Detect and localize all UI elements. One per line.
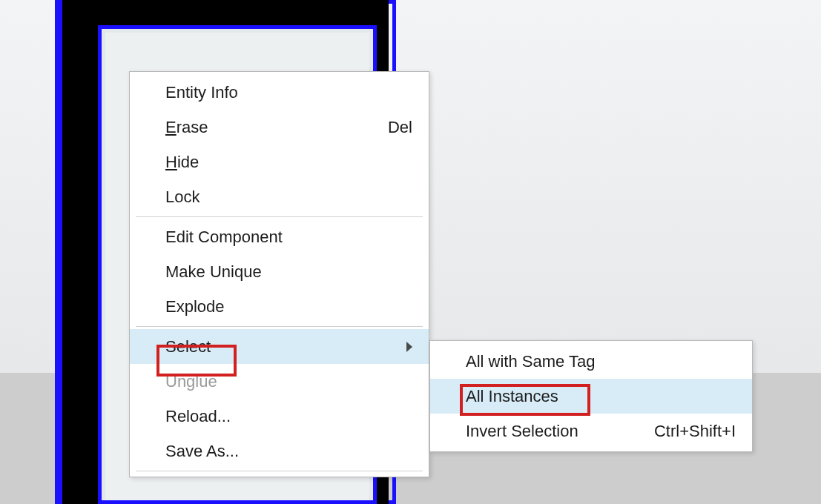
menu-separator bbox=[136, 216, 423, 217]
menu-label: Unglue bbox=[165, 372, 412, 391]
menu-save-as[interactable]: Save As... bbox=[130, 434, 429, 468]
context-menu: Entity Info Erase Del Hide Lock Edit Com… bbox=[129, 71, 429, 477]
menu-label: Explode bbox=[165, 297, 412, 316]
menu-label: Erase bbox=[165, 118, 373, 137]
menu-hide[interactable]: Hide bbox=[130, 145, 429, 179]
menu-label: Reload... bbox=[165, 407, 412, 426]
menu-label: Invert Selection bbox=[466, 422, 639, 441]
menu-label: Entity Info bbox=[165, 83, 412, 102]
submenu-arrow-icon bbox=[406, 342, 412, 352]
submenu-all-with-same-tag[interactable]: All with Same Tag bbox=[430, 344, 752, 379]
menu-unglue: Unglue bbox=[130, 364, 429, 399]
menu-edit-component[interactable]: Edit Component bbox=[130, 219, 429, 254]
menu-explode[interactable]: Explode bbox=[130, 289, 429, 324]
menu-label: Select bbox=[165, 337, 406, 357]
menu-erase[interactable]: Erase Del bbox=[130, 110, 429, 145]
menu-shortcut: Del bbox=[388, 118, 412, 137]
menu-label: Lock bbox=[165, 188, 412, 207]
menu-label: Make Unique bbox=[165, 262, 412, 282]
submenu-invert-selection[interactable]: Invert Selection Ctrl+Shift+I bbox=[430, 414, 752, 448]
menu-label: All with Same Tag bbox=[466, 352, 736, 371]
menu-shortcut: Ctrl+Shift+I bbox=[654, 422, 736, 441]
menu-select[interactable]: Select bbox=[130, 329, 429, 364]
menu-label: Save As... bbox=[165, 442, 412, 461]
menu-make-unique[interactable]: Make Unique bbox=[130, 254, 429, 289]
select-submenu: All with Same Tag All Instances Invert S… bbox=[429, 340, 753, 452]
menu-label: Hide bbox=[165, 153, 412, 172]
menu-label: Edit Component bbox=[165, 228, 412, 247]
menu-entity-info[interactable]: Entity Info bbox=[130, 75, 429, 110]
menu-reload[interactable]: Reload... bbox=[130, 399, 429, 434]
menu-separator bbox=[136, 326, 423, 327]
menu-label: All Instances bbox=[466, 387, 736, 406]
menu-lock[interactable]: Lock bbox=[130, 179, 429, 214]
menu-separator bbox=[136, 471, 423, 471]
submenu-all-instances[interactable]: All Instances bbox=[430, 379, 752, 414]
